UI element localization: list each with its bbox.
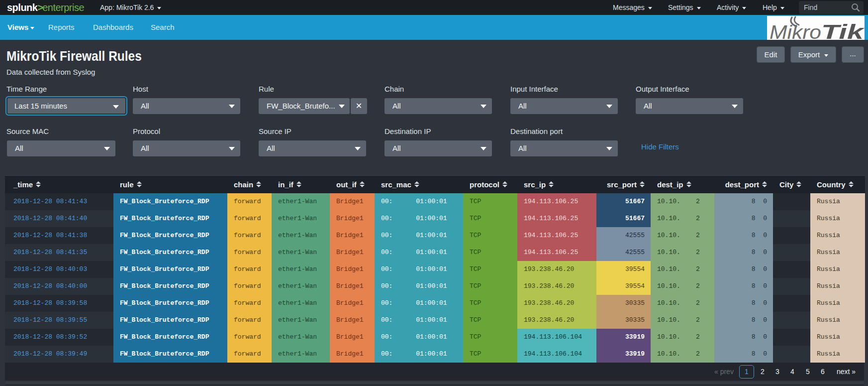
svg-text:Mikro: Mikro bbox=[770, 21, 821, 40]
svg-text:Tik: Tik bbox=[821, 21, 865, 40]
